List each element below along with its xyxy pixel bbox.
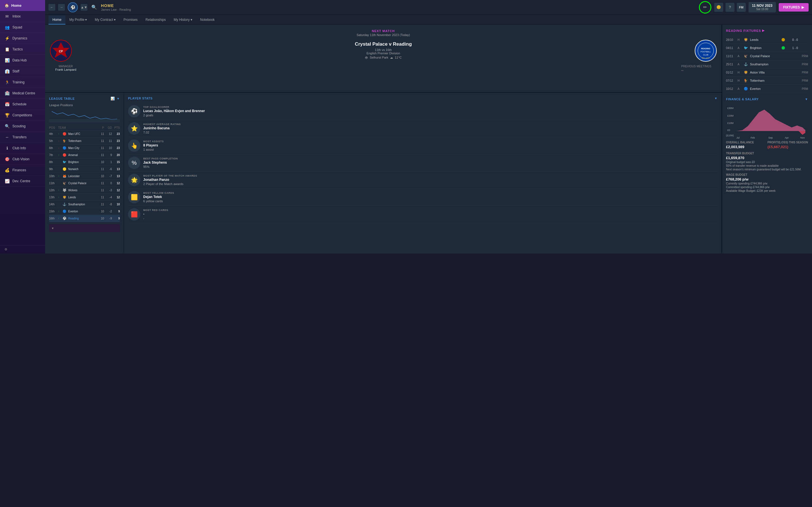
league-table-panel: LEAGUE TABLE 📊 ▼ League Positions POS TE… [45,93,124,253]
match-info: Crystal Palace v Reading 11th vs 16th En… [78,41,406,60]
stat-rows: ⚽ TOP GOALSCORER Lucas João, Håkon Evjen… [128,103,406,223]
stat-info: MOST RED CARDS - - [143,209,406,220]
sidebar-item-club-info[interactable]: ℹ Club Info [0,143,45,154]
goal-difference: 10 [105,147,112,150]
stat-category: MOST ASSISTS [143,140,406,143]
settings-icon[interactable]: ⚙ [4,247,7,251]
stat-info: HIGHEST AVERAGE RATING Juninho Bacuna 7.… [143,123,406,134]
sidebar-item-training[interactable]: 🏃 Training [0,77,45,88]
stat-item: ⭐ HIGHEST AVERAGE RATING Juninho Bacuna … [128,120,406,137]
header-gd: GD [105,126,112,129]
team-name: Arsenal [68,154,97,157]
team-badge: 🐓 [62,138,67,144]
club-selector-button[interactable]: ▲▼ [81,4,87,11]
points: 15 [113,161,120,164]
team-name: Man UFC [68,132,97,135]
sidebar-item-transfers[interactable]: ↔ Transfers [0,132,45,143]
league-collapse-button[interactable]: ▼ [117,97,120,100]
row-position: 7th [49,154,57,157]
stat-value: 95% [143,165,406,168]
table-row: 10th ↑ 🦊 Leicester 10 -7 13 [49,173,120,180]
table-row: 16th ↑ ⚽ Reading 10 -9 9 [49,215,120,222]
stat-icon: 🌟 [128,174,140,186]
sidebar-item-home[interactable]: 🏠 Home [0,0,45,11]
match-league: English Premier Division [78,52,406,55]
sidebar-item-staff[interactable]: 👔 Staff [0,66,45,77]
points: 13 [113,168,120,171]
content-grid: NEXT MATCH Saturday 11th November 2023 (… [45,25,406,253]
points: 23 [113,147,120,150]
sidebar-item-tactics[interactable]: 📋 Tactics [0,44,45,55]
sidebar-item-medical[interactable]: 🏥 Medical Centre [0,88,45,99]
sidebar-item-scouting[interactable]: 🔍 Scouting [0,121,45,132]
stat-item: 🌟 MOST PLAYER OF THE MATCH AWARDS Jonath… [128,172,406,189]
tab-home[interactable]: Home [49,15,65,24]
tab-my-history[interactable]: My History ▾ [170,15,196,24]
sidebar-item-inbox[interactable]: ✉ Inbox [0,11,45,22]
sidebar-item-data-hub[interactable]: 📊 Data Hub [0,55,45,66]
sidebar-label-dynamics: Dynamics [12,36,28,40]
sidebar-label-medical: Medical Centre [12,91,35,95]
match-standings: 11th vs 16th [78,48,406,52]
sidebar-item-squad[interactable]: 👥 Squad [0,22,45,33]
row-position: 4th [49,132,57,135]
tab-notebook[interactable]: Notebook [196,15,218,24]
tab-relationships[interactable]: Relationships [142,15,170,24]
next-match-panel: NEXT MATCH Saturday 11th November 2023 (… [45,25,406,93]
sidebar-label-schedule: Schedule [12,102,27,106]
search-icon[interactable]: 🔍 [91,4,97,10]
dev-centre-icon: 📈 [4,179,10,184]
row-position: 5th [49,139,57,143]
goal-difference: -7 [105,175,112,178]
table-row: 5th ↓ 🐓 Tottenham 11 11 23 [49,137,120,145]
sidebar-item-dynamics[interactable]: ⚡ Dynamics [0,33,45,44]
stat-value: 6 yellow cards [143,200,406,203]
dynamics-icon: ⚡ [4,36,10,41]
stat-icon: ⚽ [128,105,140,117]
team-badge: 🦁 [62,194,67,200]
weather-icon: ☁ [390,56,393,59]
page-title: HOME [101,3,406,8]
stadium-icon: 🏟 [365,56,368,59]
row-position: 10th [49,175,57,178]
scouting-icon: 🔍 [4,124,10,129]
data-hub-icon: 📊 [4,58,10,63]
league-table-title: LEAGUE TABLE 📊 ▼ [49,97,120,101]
sidebar-item-club-vision[interactable]: 🎯 Club Vision [0,154,45,165]
team-badge: 🦅 [62,180,67,186]
header-pos: POS [49,126,57,129]
finances-icon: 💰 [4,168,10,173]
sidebar-item-competitions[interactable]: 🏆 Competitions [0,110,45,121]
header-pts: PTS [113,126,120,129]
points: 23 [113,132,120,135]
back-button[interactable]: ← [49,4,55,11]
forward-button[interactable]: → [58,4,65,11]
stat-category: HIGHEST AVERAGE RATING [143,123,406,126]
position-arrow: ↑ [58,133,61,135]
tab-promises[interactable]: Promises [119,15,142,24]
stat-category: MOST RED CARDS [143,209,406,212]
tab-my-contract[interactable]: My Contract ▾ [91,15,119,24]
matches-played: 10 [98,210,104,213]
sidebar-item-schedule[interactable]: 📅 Schedule [0,99,45,110]
team-name: Crystal Palace [68,182,97,185]
bottom-nav-bar: ▼ [49,224,120,232]
page-subtitle: James Law - Reading [101,8,406,11]
row-position: 16th [49,217,57,220]
sidebar-item-finances[interactable]: 💰 Finances [0,165,45,176]
goal-difference: -4 [105,196,112,199]
match-name: Crystal Palace v Reading [78,41,406,47]
tab-my-profile[interactable]: My Profile ▾ [65,15,91,24]
matches-played: 11 [98,147,104,150]
tabbar: Home My Profile ▾ My Contract ▾ Promises… [45,15,406,25]
match-venue-info: 🏟 Selhurst Park ☁ 11°C [78,56,406,59]
player-stats-title: PLAYER STATS ▼ [128,97,406,100]
stat-info: TOP GOALSCORER Lucas João, Håkon Evjen a… [143,106,406,117]
team-name: Leicester [68,175,97,178]
sidebar-item-dev-centre[interactable]: 📈 Dev. Centre [0,176,45,187]
home-manager-info: MANAGER Frank Lampard [55,65,77,72]
goal-difference: 1 [105,161,112,164]
tactics-icon: 📋 [4,47,10,52]
table-row: 11th 🦅 Crystal Palace 11 0 12 [49,180,120,187]
sidebar-label-staff: Staff [12,69,19,73]
